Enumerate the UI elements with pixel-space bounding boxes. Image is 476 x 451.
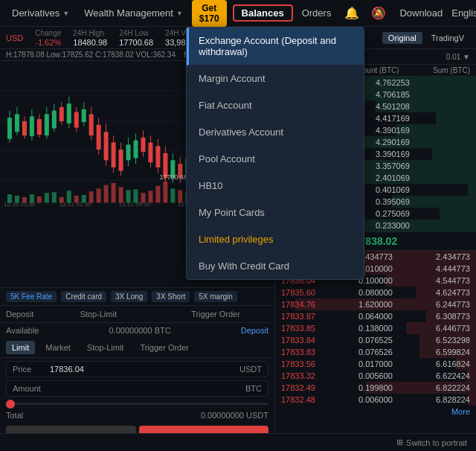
tab-limit[interactable]: Limit [6, 341, 35, 354]
svg-rect-73 [52, 192, 57, 202]
available-row: Available 0.00000000 BTC Deposit [0, 323, 274, 338]
dropdown-item-8[interactable]: Buy With Credit Card [187, 253, 364, 279]
fee-rate-row: 5K Fee Rate Credit card 3X Long 3X Short… [0, 288, 274, 306]
derivatives-menu[interactable]: Derivatives ▼ [6, 4, 75, 22]
svg-rect-87 [155, 186, 160, 203]
svg-rect-79 [97, 188, 101, 202]
dropdown-item-0[interactable]: Exchange Account (Deposit and withdrawal… [187, 28, 364, 65]
svg-rect-72 [45, 193, 49, 202]
tab-stop-limit[interactable]: Stop-Limit [81, 341, 130, 354]
wealth-management-menu[interactable]: Wealth Management ▼ [78, 4, 189, 22]
bottom-bar: ⊞ Switch to portrait [0, 433, 476, 451]
list-item: 17834.76 1.620000 6.244773 [275, 298, 476, 310]
dropdown-item-4[interactable]: Pool Account [187, 146, 364, 173]
slider-row [0, 400, 274, 408]
get-btn[interactable]: Get $170 [192, 0, 227, 27]
long-badge: 3X Long [111, 291, 147, 302]
language-selector[interactable]: English ▼ [451, 7, 476, 19]
bell-outline-icon[interactable]: 🔕 [367, 3, 390, 23]
amount-slider[interactable] [6, 403, 268, 405]
svg-rect-71 [37, 196, 42, 203]
deposit-link[interactable]: Deposit [241, 326, 268, 335]
ob-sort[interactable]: 0.01 ▼ [446, 53, 470, 61]
dropdown-item-6[interactable]: My Point Cards [187, 199, 364, 226]
list-item: 17833.32 0.005600 6.622424 [275, 370, 476, 382]
svg-rect-80 [104, 185, 109, 203]
deposit-left-btn[interactable]: Deposit [0, 307, 39, 322]
download-nav[interactable]: Download [393, 4, 448, 22]
amount-input[interactable] [50, 384, 245, 393]
total-row: Total 0.00000000 USDT [0, 408, 274, 423]
order-tabs: Limit Market Stop-Limit Trigger Order [0, 338, 274, 358]
list-item: 17833.84 0.076525 6.523298 [275, 334, 476, 346]
ticker-low: 24H Low 17700.68 [119, 29, 153, 47]
price-input[interactable] [50, 365, 239, 374]
svg-text:12-11 01:30: 12-11 01:30 [60, 201, 91, 208]
dropdown-item-7[interactable]: Limited privileges [187, 226, 364, 253]
ticker-symbol: USD [6, 33, 23, 42]
list-item: 17833.56 0.017000 6.616824 [275, 358, 476, 370]
top-navigation: Derivatives ▼ Wealth Management ▼ Get $1… [0, 0, 476, 27]
tab-tradingv[interactable]: TradingV [425, 32, 470, 44]
list-item: 17833.85 0.138000 6.446773 [275, 322, 476, 334]
dropdown-item-1[interactable]: Margin Account [187, 65, 364, 92]
stop-limit-left-tab[interactable]: Stop-Limit [39, 306, 157, 322]
svg-text:12-10 21:30: 12-10 21:30 [4, 201, 36, 208]
tab-original[interactable]: Original [382, 32, 422, 44]
tab-trigger-order[interactable]: Trigger Order [134, 341, 195, 354]
chevron-down-icon: ▼ [176, 10, 183, 17]
fee-rate-badge: 5K Fee Rate [6, 291, 57, 302]
dropdown-item-5[interactable]: HB10 [187, 173, 364, 199]
list-item: 17833.83 0.076526 6.599824 [275, 346, 476, 358]
orders-nav[interactable]: Orders [296, 4, 338, 22]
credit-card-badge: Credit card [61, 291, 106, 302]
svg-rect-82 [119, 188, 123, 203]
dropdown-item-3[interactable]: Derivatives Account [187, 119, 364, 146]
price-input-row: Price USDT [6, 361, 268, 377]
portrait-icon: ⊞ [396, 438, 403, 447]
slider-thumb[interactable] [6, 400, 15, 409]
list-item: 17835.60 0.080000 4.624773 [275, 287, 476, 298]
list-item: 17832.49 0.199800 6.822224 [275, 382, 476, 394]
list-item: 17832.48 0.006000 6.828224 [275, 394, 476, 406]
ob-more-link[interactable]: More [275, 406, 476, 418]
ticker-high: 24H High 18480.98 [73, 29, 107, 47]
bell-icon[interactable]: 🔔 [340, 3, 364, 23]
balances-button[interactable]: Balances [233, 4, 293, 22]
svg-text:17700.68: 17700.68 [159, 173, 187, 181]
short-badge: 3X Short [152, 291, 190, 302]
list-item: 17833.87 0.064000 6.308773 [275, 310, 476, 322]
trigger-left-tab[interactable]: Trigger Order [157, 306, 274, 322]
svg-rect-89 [170, 188, 175, 202]
margin-badge: 5X margin [194, 291, 237, 302]
svg-rect-88 [163, 182, 167, 203]
tab-market[interactable]: Market [39, 341, 77, 354]
ticker-change: Change -1.62% [35, 29, 61, 47]
chevron-down-icon: ▼ [62, 10, 69, 17]
svg-text:12-11 05:30: 12-11 05:30 [119, 201, 151, 208]
amount-input-row: Amount BTC [6, 380, 268, 397]
trade-form: 5K Fee Rate Credit card 3X Long 3X Short… [0, 287, 274, 451]
chart-tabs: Original TradingV [382, 32, 470, 44]
svg-rect-81 [112, 183, 116, 203]
dropdown-item-2[interactable]: Fiat Account [187, 92, 364, 119]
balances-dropdown: Exchange Account (Deposit and withdrawal… [186, 27, 364, 280]
switch-portrait-btn[interactable]: ⊞ Switch to portrait [396, 438, 467, 447]
